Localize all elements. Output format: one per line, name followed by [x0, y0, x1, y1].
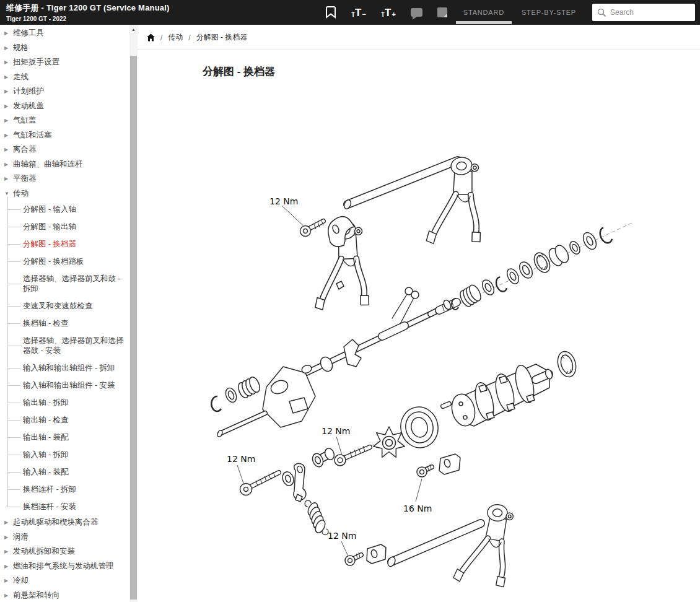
- sidebar-item-label: 发动机拆卸和安装: [13, 547, 75, 556]
- sidebar-item[interactable]: ▶平衡器: [0, 172, 129, 186]
- sidebar-item[interactable]: ▶计划维护: [0, 84, 129, 99]
- sidebar-subitem[interactable]: 输入轴和输出轴组件 - 拆卸: [0, 359, 129, 377]
- small-block: [336, 281, 344, 289]
- coil-spring-small: [458, 283, 483, 308]
- tab-step-by-step[interactable]: STEP-BY-STEP: [520, 6, 577, 19]
- sidebar-subitem-label: 分解图 - 输出轴: [23, 222, 76, 232]
- sidebar-item[interactable]: ▶扭矩扳手设置: [0, 55, 129, 70]
- sidebar-item-label: 前悬架和转向: [13, 591, 59, 600]
- sidebar-subitem[interactable]: 分解图 - 输入轴: [0, 201, 129, 218]
- torque-label: 12 Nm: [328, 531, 356, 541]
- sidebar-item-label: 发动机盖: [13, 102, 44, 111]
- plus-glyph: +: [392, 11, 395, 18]
- sidebar-item[interactable]: ▶气缸盖: [0, 113, 129, 128]
- bookmark-icon[interactable]: [325, 6, 336, 19]
- search-box[interactable]: [592, 4, 695, 21]
- sidebar-item-label: 扭矩扳手设置: [13, 58, 59, 67]
- sidebar-item[interactable]: ▶规格: [0, 41, 129, 56]
- retainer-plate: [367, 544, 386, 564]
- sidebar-subitem[interactable]: 输出轴 - 检查: [0, 411, 129, 429]
- sidebar-subitem[interactable]: 换档轴 - 检查: [0, 315, 129, 332]
- sidebar-subitem[interactable]: 分解图 - 换档器: [0, 235, 129, 253]
- exploded-diagram: 12 Nm 12 Nm 12 Nm 16 Nm 12 Nm: [139, 118, 700, 602]
- sidebar-subitem-label: 变速叉和变速鼓检查: [23, 301, 93, 311]
- sidebar-subitem[interactable]: 输入轴和输出轴组件 - 安装: [0, 377, 129, 394]
- note-button[interactable]: [437, 7, 447, 17]
- sidebar-item[interactable]: ▶曲轴箱、曲轴和连杆: [0, 157, 129, 172]
- triangle-right-icon: ▶: [4, 73, 13, 82]
- sidebar-subitem[interactable]: 输入轴 - 装配: [0, 463, 129, 481]
- torque-bolt-1: [300, 220, 324, 237]
- sidebar-subitem-label: 选择器轴、选择器前叉和鼓 - 拆卸: [23, 274, 126, 294]
- sidebar-subitem[interactable]: 换档连杆 - 安装: [0, 498, 129, 515]
- sidebar-item[interactable]: ▶冷却: [0, 574, 129, 588]
- big-t-glyph: T: [355, 7, 361, 18]
- scroll-up-arrow-icon[interactable]: ▲: [129, 26, 138, 33]
- text-decrease-button[interactable]: TT−: [351, 7, 366, 18]
- sidebar-subitem-label: 分解图 - 换档器: [23, 239, 76, 249]
- sidebar-item[interactable]: ▶走线: [0, 70, 129, 85]
- triangle-right-icon: ▶: [4, 116, 13, 125]
- sidebar-subitem[interactable]: 分解图 - 输出轴: [0, 218, 129, 235]
- extension-spring: [305, 500, 328, 534]
- coil-spring: [237, 375, 262, 399]
- sidebar-item-label: 燃油和排气系统与发动机管理: [13, 562, 114, 571]
- selector-drum: [443, 364, 553, 429]
- breadcrumb-separator: /: [160, 33, 162, 42]
- sidebar-subitem-label: 输入轴 - 拆卸: [23, 450, 69, 460]
- sidebar-item[interactable]: ▶离合器: [0, 142, 129, 157]
- triangle-right-icon: ▶: [4, 102, 13, 111]
- tab-standard[interactable]: STANDARD: [462, 6, 505, 19]
- sidebar-item[interactable]: ▶润滑: [0, 530, 129, 545]
- sidebar-subitem[interactable]: 分解图 - 换档踏板: [0, 253, 129, 270]
- search-input[interactable]: [610, 8, 678, 17]
- sidebar-item[interactable]: ▶起动机驱动和楔块离合器: [0, 515, 129, 530]
- sidebar-scrollbar-thumb[interactable]: [130, 56, 137, 600]
- sidebar-scrollbar[interactable]: ▲: [129, 25, 138, 602]
- breadcrumb-item[interactable]: 分解图 - 换档器: [196, 32, 248, 43]
- small-rod: [217, 413, 265, 437]
- sidebar-item[interactable]: ▶燃油和排气系统与发动机管理: [0, 559, 129, 574]
- detent-roller-arm: [294, 463, 306, 502]
- sidebar-subitem[interactable]: 选择器轴、选择器前叉和鼓 - 拆卸: [0, 270, 129, 297]
- sidebar-subitem[interactable]: 换档连杆 - 拆卸: [0, 481, 129, 498]
- sidebar-subitem-label: 输出轴 - 拆卸: [23, 398, 69, 408]
- torque-bolt-16nm: [417, 465, 432, 477]
- note-icon: [437, 7, 447, 17]
- breadcrumb: /传动/分解图 - 换档器: [138, 25, 700, 50]
- sidebar-subitem[interactable]: 选择器轴、选择器前叉和选择器鼓 - 安装: [0, 332, 129, 359]
- search-icon: [597, 8, 606, 17]
- triangle-right-icon: ▶: [4, 44, 13, 53]
- sidebar-subitem-label: 输入轴和输出轴组件 - 安装: [23, 380, 115, 390]
- sidebar-item[interactable]: ▶前悬架和转向: [0, 588, 129, 602]
- home-icon[interactable]: [147, 33, 155, 41]
- torque-label: 12 Nm: [227, 454, 255, 464]
- sidebar-subitem-label: 换档连杆 - 安装: [23, 502, 76, 512]
- torque-label-group: 12 Nm 12 Nm 12 Nm 16 Nm 12 Nm: [227, 196, 432, 556]
- sidebar-subitem-label: 输出轴 - 检查: [23, 415, 69, 425]
- sidebar-item[interactable]: ▶维修工具: [0, 26, 129, 41]
- drum-needle-bearing: [555, 349, 579, 379]
- ring: [568, 240, 582, 256]
- sidebar-subitem[interactable]: 输出轴 - 拆卸: [0, 394, 129, 411]
- sidebar-subitem[interactable]: 输入轴 - 拆卸: [0, 446, 129, 463]
- sidebar-item[interactable]: ▶发动机拆卸和安装: [0, 544, 129, 559]
- sidebar-subitem[interactable]: 变速叉和变速鼓检查: [0, 297, 129, 315]
- triangle-right-icon: ▶: [4, 591, 13, 600]
- text-increase-button[interactable]: TT+: [381, 7, 396, 18]
- gearchange-shaft: [292, 301, 457, 382]
- triangle-right-icon: ▶: [4, 547, 13, 556]
- washer-bearing-row: [458, 226, 613, 308]
- sidebar-item-label: 起动机驱动和楔块离合器: [13, 518, 98, 527]
- washer: [580, 230, 599, 251]
- sidebar-item[interactable]: ▼传动: [0, 186, 129, 201]
- app-title: 维修手册 - Tiger 1200 GT (Service Manual): [6, 2, 170, 14]
- sidebar-item[interactable]: ▶发动机盖: [0, 99, 129, 114]
- breadcrumb-item[interactable]: 传动: [168, 32, 183, 43]
- sidebar-subitem[interactable]: 输出轴 - 装配: [0, 429, 129, 446]
- sidebar-item-label: 计划维护: [13, 87, 44, 96]
- washer: [517, 260, 535, 280]
- comment-button[interactable]: [411, 8, 422, 17]
- sidebar-item[interactable]: ▶气缸和活塞: [0, 128, 129, 143]
- triangle-right-icon: ▶: [4, 518, 13, 527]
